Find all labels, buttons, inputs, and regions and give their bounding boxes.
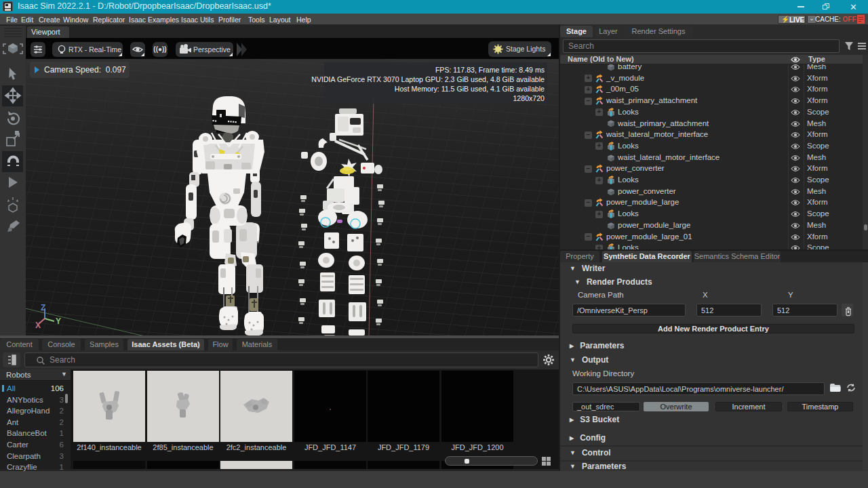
svg-text:Y: Y bbox=[56, 317, 61, 326]
svg-text:Z: Z bbox=[41, 303, 45, 312]
svg-text:X: X bbox=[35, 321, 41, 330]
